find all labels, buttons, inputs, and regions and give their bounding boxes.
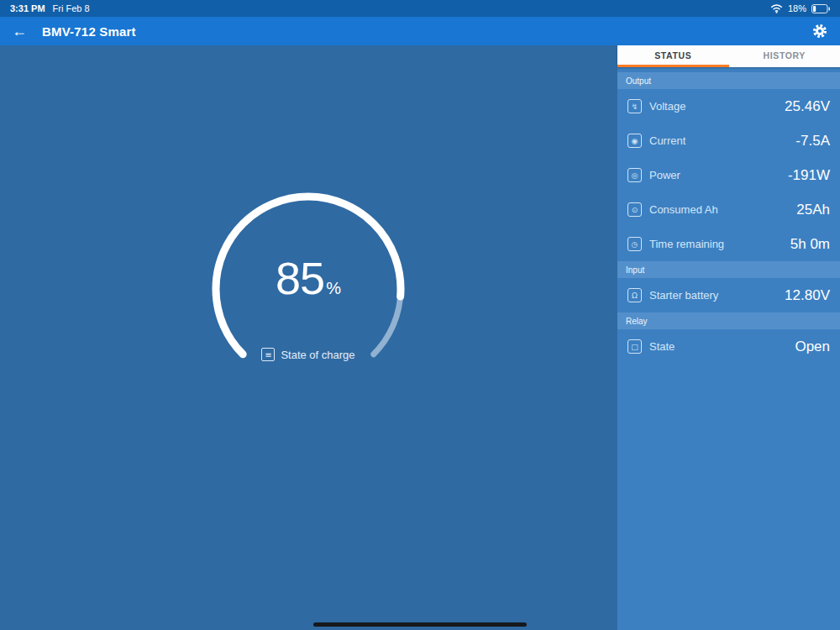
state-of-charge-gauge: 85 % ≡ State of charge xyxy=(199,180,417,398)
tab-status[interactable]: STATUS xyxy=(617,45,729,67)
row-current[interactable]: ◉Current-7.5A xyxy=(617,123,840,158)
voltage-icon: ↯ xyxy=(627,99,642,113)
page-title: BMV-712 Smart xyxy=(42,24,811,39)
home-indicator[interactable] xyxy=(313,622,527,627)
consumed-ah-icon: ⊙ xyxy=(627,202,642,217)
row-value: 25Ah xyxy=(796,202,830,218)
row-label: Voltage xyxy=(649,100,777,113)
time-remaining-icon: ◷ xyxy=(627,237,642,251)
row-starter-battery[interactable]: ΩStarter battery12.80V xyxy=(617,278,840,312)
row-label: Starter battery xyxy=(649,289,777,302)
row-label: Current xyxy=(649,134,788,147)
power-icon: ◎ xyxy=(627,168,642,182)
status-time: 3:31 PM xyxy=(10,3,45,13)
battery-percent: 18% xyxy=(788,3,806,13)
gauge-caption-label: State of charge xyxy=(281,349,354,361)
battery-icon xyxy=(811,4,830,13)
status-date: Fri Feb 8 xyxy=(53,3,90,13)
gauge-arc-value xyxy=(216,197,401,354)
row-value: -191W xyxy=(788,167,830,184)
row-label: Consumed Ah xyxy=(649,203,789,216)
row-value: 25.46V xyxy=(785,98,830,115)
relay-state-icon: □ xyxy=(627,339,642,354)
app-header: ← BMV-712 Smart xyxy=(0,17,840,45)
main-content: 85 % ≡ State of charge xyxy=(0,45,617,630)
panel-sections: Output↯Voltage25.46V◉Current-7.5A◎Power-… xyxy=(617,72,840,364)
row-voltage[interactable]: ↯Voltage25.46V xyxy=(617,89,840,123)
row-value: Open xyxy=(795,339,830,355)
section-header-output: Output xyxy=(617,72,840,89)
wifi-icon xyxy=(770,4,783,13)
current-icon: ◉ xyxy=(627,134,642,148)
panel-tabbar: STATUS HISTORY xyxy=(617,45,840,67)
state-of-charge-icon: ≡ xyxy=(261,348,275,361)
row-consumed-ah[interactable]: ⊙Consumed Ah25Ah xyxy=(617,192,840,227)
section-header-input: Input xyxy=(617,261,840,278)
status-panel: STATUS HISTORY Output↯Voltage25.46V◉Curr… xyxy=(617,45,840,630)
row-label: Time remaining xyxy=(649,238,783,250)
settings-gear-icon[interactable] xyxy=(811,23,828,39)
section-header-relay: Relay xyxy=(617,312,840,329)
row-relay-state[interactable]: □StateOpen xyxy=(617,329,840,364)
row-value: 5h 0m xyxy=(790,236,830,253)
row-power[interactable]: ◎Power-191W xyxy=(617,158,840,192)
row-value: -7.5A xyxy=(795,133,830,150)
row-time-remaining[interactable]: ◷Time remaining5h 0m xyxy=(617,227,840,261)
row-value: 12.80V xyxy=(785,287,830,304)
row-label: State xyxy=(649,340,787,353)
starter-battery-icon: Ω xyxy=(627,288,642,302)
back-button[interactable]: ← xyxy=(12,24,32,39)
row-label: Power xyxy=(649,169,780,181)
ios-status-bar: 3:31 PM Fri Feb 8 18% xyxy=(0,0,840,17)
tab-history[interactable]: HISTORY xyxy=(729,45,840,67)
